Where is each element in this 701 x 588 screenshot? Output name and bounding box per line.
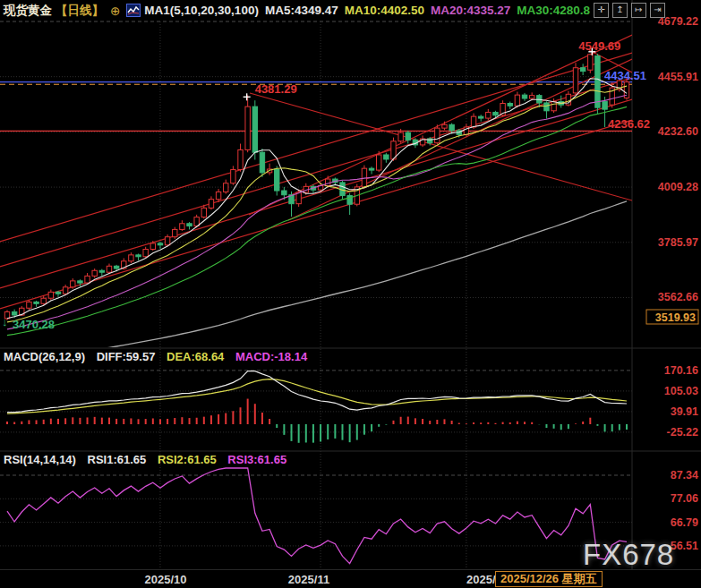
macd-axis-label: 39.91 (671, 405, 698, 418)
rsi-indicator-row: RSI(14,14,14) RSI1:61.65 RSI2:61.65 RSI3… (4, 453, 295, 466)
time-axis[interactable]: 2025/10 2025/11 2025/1 2025/12/26 星期五 (0, 569, 701, 588)
rsi-params-label: RSI(14,14,14) (4, 453, 76, 466)
rsi3-value: RSI3:61.65 (227, 453, 286, 466)
macd-axis-label: 105.03 (664, 385, 698, 397)
macd-axis-label: 170.16 (664, 364, 698, 377)
month-label-nov: 2025/11 (288, 573, 329, 586)
price-axis-label: 3785.97 (658, 236, 698, 249)
price-axis-label: 4009.28 (658, 181, 698, 193)
ma-group-label: MA1(5,10,20,30,100) (144, 4, 259, 17)
macd-params-label: MACD(26,12,9) (4, 350, 85, 363)
price-axis-label: 4455.91 (658, 71, 698, 83)
rsi-line (7, 468, 627, 564)
y-axis-scale-icon[interactable]: ↥ (612, 3, 628, 18)
chart-app: 4679.224455.914232.604009.283785.973562.… (0, 0, 701, 588)
price-axis-label: 3562.66 (658, 291, 698, 303)
price-annotation: 3470.28 (13, 318, 55, 331)
rsi-axis-label: 87.34 (671, 469, 698, 481)
rsi-axis-label: 66.79 (671, 516, 698, 529)
ma-lines (7, 79, 627, 362)
ma20-value: MA20:4335.27 (431, 4, 510, 17)
price-axis-label: 4232.60 (658, 125, 698, 138)
fx678-watermark: FX678 (583, 538, 674, 572)
rsi1-value: RSI1:61.65 (88, 453, 147, 466)
macd-diff-value: DIFF:59.57 (97, 350, 156, 363)
boxed-axis-label: 3519.93 (655, 311, 696, 324)
trendlines (0, 35, 632, 309)
price-annotation: 4236.62 (608, 117, 650, 131)
price-annotation: 4549.69 (578, 39, 620, 53)
rsi-axis-label: 56.51 (671, 540, 698, 552)
ma30-value: MA30:4280.8 (517, 4, 590, 17)
price-annotation: 4434.51 (604, 69, 646, 82)
chart-header: 现货黄金 【日线】 ⊕ MA1(5,10,20,30,100) MA5:4349… (4, 2, 596, 19)
candlestick-chart-canvas[interactable]: 4679.224455.914232.604009.283785.973562.… (0, 0, 701, 588)
macd-indicator-row: MACD(26,12,9) DIFF:59.57 DEA:68.64 MACD:… (4, 350, 315, 363)
rsi2-value: RSI2:61.65 (158, 453, 217, 466)
macd-dea-value: DEA:68.64 (167, 350, 224, 363)
chart-toolbar: ✛ ↥ ↦ ⇥ (590, 3, 665, 18)
rsi-axis-label: 77.06 (671, 492, 698, 505)
macd-axis-label: -25.22 (667, 426, 698, 439)
exit-chart-icon[interactable]: ⇥ (650, 3, 665, 18)
price-annotation: 4381.29 (255, 82, 297, 96)
symbol-name: 现货黄金 (4, 3, 52, 19)
x-axis-scale-icon[interactable]: ↦ (631, 3, 646, 18)
ma5-value: MA5:4349.47 (265, 4, 338, 17)
chart-type-icon[interactable] (126, 4, 141, 17)
current-date-badge: 2025/12/26 星期五 (495, 571, 603, 587)
period-label: 【日线】 (56, 3, 104, 19)
month-label-oct: 2025/10 (145, 573, 187, 586)
macd-macd-value: MACD:-18.14 (235, 350, 307, 363)
price-annotation: ↓ (2, 315, 8, 328)
pan-icon[interactable]: ✛ (594, 3, 609, 18)
ma10-value: MA10:4402.50 (345, 4, 424, 17)
collapse-icon[interactable]: ⊕ (110, 4, 120, 18)
